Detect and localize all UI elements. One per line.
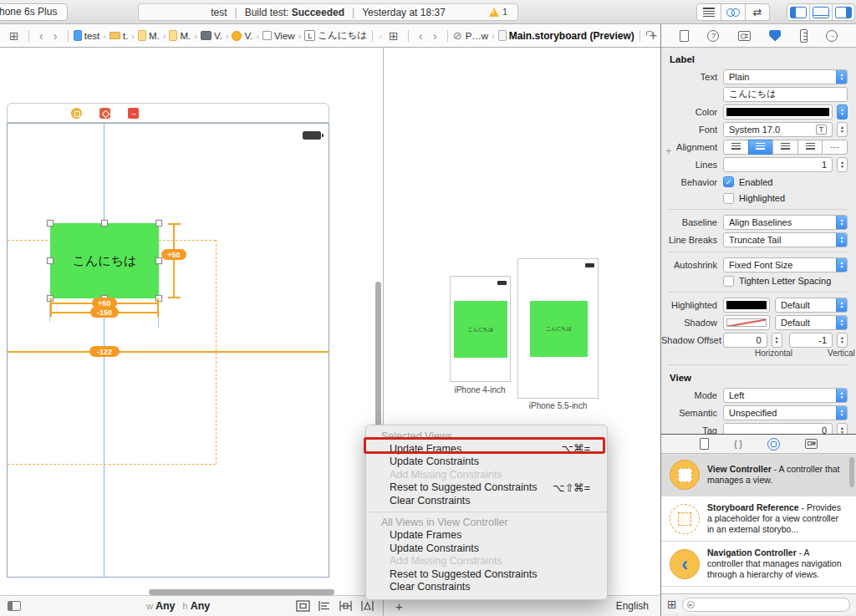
highlighted-color-well[interactable]	[723, 298, 770, 313]
standard-editor-button[interactable]	[696, 3, 721, 21]
identity-inspector-icon[interactable]	[738, 31, 751, 41]
breadcrumb-view-controller[interactable]: V.	[232, 31, 262, 41]
library-scrollbar[interactable]	[849, 457, 854, 487]
connections-inspector-icon[interactable]: →	[826, 30, 838, 42]
breadcrumb-scene[interactable]: V.	[201, 31, 232, 41]
code-snippet-library-icon[interactable]: { }	[734, 440, 741, 449]
breadcrumb-view[interactable]: View	[262, 31, 304, 41]
breadcrumb-file[interactable]: M.	[169, 30, 200, 41]
text-style-dropdown[interactable]: Plain	[723, 69, 848, 84]
breadcrumb-file[interactable]: M.	[138, 30, 169, 41]
height-constraint-badge[interactable]: +50	[161, 249, 186, 260]
library-filter-field[interactable]	[682, 598, 850, 612]
grid-view-toggle-icon[interactable]: ⊞	[667, 598, 677, 610]
shadow-offset-horizontal-field[interactable]: 0	[723, 333, 767, 348]
highlighted-dropdown[interactable]: Default	[775, 298, 848, 313]
forward-button[interactable]: ›	[48, 29, 63, 42]
height-constraint-line[interactable]	[173, 223, 175, 298]
size-class-control[interactable]: wAny hAny	[146, 600, 210, 612]
font-picker-icon[interactable]: T	[816, 125, 827, 135]
storyboard-canvas[interactable]: -122 こんにちは +50 +50 -150	[0, 48, 383, 595]
file-inspector-icon[interactable]	[680, 30, 689, 42]
menu-item-reset-to-suggested[interactable]: Reset to Suggested Constraints⌥⇧⌘=	[366, 481, 607, 495]
resize-handle[interactable]	[155, 220, 162, 227]
label-text-field[interactable]: こんにちは	[723, 87, 848, 102]
line-breaks-dropdown[interactable]: Truncate Tail	[723, 232, 848, 247]
shadow-h-stepper[interactable]	[772, 333, 782, 348]
menu-item-clear-constraints-all[interactable]: Clear Constraints	[366, 581, 607, 594]
tag-stepper[interactable]	[837, 423, 848, 435]
size-inspector-icon[interactable]	[800, 29, 808, 43]
add-font-variation-icon[interactable]: +	[665, 145, 672, 157]
enabled-checkbox[interactable]: ✓	[723, 176, 734, 187]
forward-button[interactable]: ›	[428, 29, 442, 42]
assistant-editor-button[interactable]	[721, 3, 746, 21]
add-preview-device-button[interactable]: +	[395, 599, 403, 613]
autoshrink-dropdown[interactable]: Fixed Font Size	[723, 257, 848, 272]
shadow-color-well[interactable]	[723, 315, 770, 330]
baseline-dropdown[interactable]: Align Baselines	[723, 215, 848, 230]
resolve-issues-icon[interactable]	[360, 600, 374, 612]
semantic-dropdown[interactable]: Unspecified	[723, 405, 848, 420]
menu-item-update-constraints[interactable]: Update Constraints	[366, 456, 607, 469]
toggle-debug-area-button[interactable]	[809, 3, 833, 21]
mode-dropdown[interactable]: Left	[723, 388, 848, 403]
quick-help-icon[interactable]: ?	[707, 30, 719, 42]
resize-handle[interactable]	[155, 257, 162, 264]
issue-badge[interactable]: ! 1	[489, 7, 507, 17]
related-items-icon[interactable]: ⊞	[5, 29, 23, 43]
related-items-icon[interactable]: ⊞	[385, 29, 403, 43]
view-controller-dock-icon[interactable]	[71, 108, 82, 119]
bottom-constraint-line[interactable]	[8, 351, 329, 353]
color-dropdown-stepper[interactable]	[837, 104, 848, 120]
media-library-icon[interactable]	[805, 439, 818, 449]
leading-constraint-badge[interactable]: -150	[90, 307, 119, 318]
text-color-well[interactable]	[723, 104, 833, 120]
menu-item-clear-constraints[interactable]: Clear Constraints	[366, 494, 607, 507]
breadcrumb-label[interactable]: Lこんにちは	[304, 29, 367, 42]
shadow-offset-vertical-field[interactable]: -1	[789, 333, 833, 348]
align-justified-segment[interactable]	[797, 140, 823, 155]
resize-handle[interactable]	[101, 220, 108, 227]
pin-icon[interactable]	[339, 600, 353, 612]
view-controller-view[interactable]	[7, 123, 329, 578]
selected-label-view[interactable]: こんにちは	[50, 223, 159, 298]
tighten-letter-spacing-checkbox[interactable]	[723, 276, 734, 287]
menu-item-update-frames-all[interactable]: Update Frames	[366, 529, 607, 542]
resize-handle[interactable]	[47, 257, 54, 264]
font-size-stepper[interactable]	[837, 122, 848, 137]
align-icon[interactable]	[318, 600, 331, 612]
file-template-library-icon[interactable]	[700, 438, 709, 450]
back-button[interactable]: ‹	[414, 29, 428, 42]
object-library-icon[interactable]	[767, 438, 780, 451]
preview-language[interactable]: English	[616, 600, 660, 612]
library-item-view-controller[interactable]: View Controller - A controller that mana…	[661, 454, 856, 496]
tag-field[interactable]: 0	[723, 423, 833, 435]
back-button[interactable]: ‹	[34, 29, 48, 42]
library-item-storyboard-reference[interactable]: Storyboard Reference - Provides a placeh…	[661, 496, 856, 542]
align-left-segment[interactable]	[723, 140, 749, 155]
horizontal-scrollbar[interactable]	[149, 589, 334, 595]
menu-item-update-constraints-all[interactable]: Update Constraints	[366, 542, 607, 555]
toggle-navigator-button[interactable]	[787, 3, 810, 21]
breadcrumb-project[interactable]: test	[74, 30, 110, 41]
resize-handle[interactable]	[47, 220, 54, 227]
shadow-v-stepper[interactable]	[837, 333, 848, 348]
breadcrumb-preview-file[interactable]: Main.storyboard (Preview)	[498, 30, 634, 42]
document-outline-toggle[interactable]	[8, 601, 21, 611]
exit-segue-icon[interactable]	[128, 108, 139, 119]
version-editor-button[interactable]: ⇄	[745, 3, 770, 21]
breadcrumb-preview-mode[interactable]: ⊘P…w	[453, 29, 498, 42]
toggle-inspector-button[interactable]	[832, 3, 855, 21]
embed-in-stack-icon[interactable]	[296, 600, 310, 612]
shadow-dropdown[interactable]: Default	[775, 315, 848, 330]
attributes-inspector-icon[interactable]	[769, 30, 781, 42]
first-responder-icon[interactable]	[99, 108, 110, 119]
align-right-segment[interactable]	[772, 140, 798, 155]
lines-stepper[interactable]	[837, 157, 848, 172]
highlighted-checkbox[interactable]	[723, 193, 734, 204]
bottom-constraint-badge[interactable]: -122	[89, 346, 120, 357]
font-field[interactable]: System 17.0T	[723, 122, 833, 137]
scheme-device-button[interactable]: hone 6s Plus	[0, 3, 68, 21]
library-item-navigation-controller[interactable]: ‹ Navigation Controller - A controller t…	[661, 542, 856, 587]
